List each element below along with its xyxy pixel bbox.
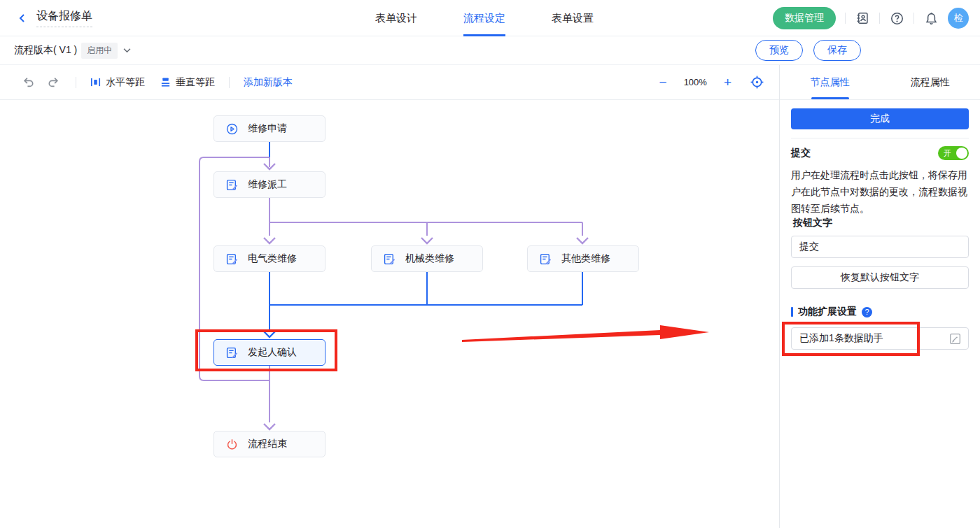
horizontal-spacing-icon (90, 77, 101, 87)
node-label: 机械类维修 (405, 252, 454, 265)
power-icon (226, 438, 238, 450)
divider (913, 13, 914, 24)
form-edit-icon (226, 253, 238, 265)
form-edit-icon (540, 253, 552, 265)
data-assistant-value: 已添加1条数据助手 (799, 332, 949, 345)
fit-view-button[interactable] (748, 74, 765, 91)
status-badge: 启用中 (81, 43, 118, 59)
divider (76, 77, 76, 88)
extension-section-title: 功能扩展设置 (798, 306, 857, 318)
zoom-in-button[interactable]: + (724, 76, 732, 89)
play-circle-icon (226, 123, 238, 135)
tab-form-design[interactable]: 表单设计 (375, 0, 417, 36)
page-title[interactable]: 设备报修单 (36, 9, 92, 27)
divider (845, 13, 846, 24)
flow-canvas[interactable]: 维修申请 维修派工 (0, 100, 779, 528)
canvas-toolbar: 水平等距 垂直等距 添加新版本 − 100% + (0, 65, 779, 100)
preview-button[interactable]: 预览 (755, 40, 803, 61)
edit-icon[interactable] (949, 333, 961, 345)
node-label: 其他类维修 (561, 252, 610, 265)
contact-book-icon[interactable] (855, 10, 870, 26)
chevron-down-icon (123, 48, 131, 53)
form-edit-icon (384, 253, 396, 265)
complete-button[interactable]: 完成 (791, 108, 969, 129)
divider (791, 138, 969, 138)
vertical-spacing-icon (160, 77, 171, 87)
notification-bell-icon[interactable] (923, 10, 939, 26)
divider (229, 77, 230, 88)
avatar[interactable]: 检 (948, 8, 969, 29)
vertical-spacing-button[interactable]: 垂直等距 (160, 76, 215, 89)
redo-button[interactable] (45, 74, 62, 91)
node-label: 维修申请 (248, 122, 287, 135)
tab-form-setting[interactable]: 表单设置 (552, 0, 594, 36)
zoom-level: 100% (684, 77, 707, 87)
flow-edges (0, 100, 779, 528)
node-other[interactable]: 其他类维修 (527, 245, 639, 272)
app-header: 设备报修单 表单设计 流程设定 表单设置 数据管理 (0, 0, 980, 36)
undo-icon (22, 76, 34, 88)
zoom-out-button[interactable]: − (659, 76, 667, 89)
main-tabs: 表单设计 流程设定 表单设置 (375, 0, 594, 36)
toggle-on-label: 开 (944, 148, 951, 159)
node-mechanical[interactable]: 机械类维修 (371, 245, 483, 272)
annotation-arrow (462, 325, 709, 342)
node-end[interactable]: 流程结束 (214, 431, 326, 457)
node-label: 流程结束 (248, 438, 287, 450)
node-electrical[interactable]: 电气类维修 (214, 245, 326, 272)
tab-flow-setting[interactable]: 流程设定 (463, 0, 505, 36)
form-edit-icon (226, 179, 238, 191)
submit-description: 用户在处理流程时点击此按钮，将保存用户在此节点中对数据的更改，流程数据视图转至后… (791, 166, 969, 217)
back-chevron-icon (18, 13, 27, 23)
submit-toggle[interactable]: 开 (938, 146, 969, 160)
data-assistant-field[interactable]: 已添加1条数据助手 (791, 327, 969, 350)
help-icon[interactable]: ? (862, 307, 872, 317)
node-start[interactable]: 维修申请 (214, 115, 326, 142)
add-version-button[interactable]: 添加新版本 (244, 76, 293, 89)
undo-button[interactable] (20, 74, 36, 91)
horizontal-spacing-button[interactable]: 水平等距 (90, 76, 145, 89)
data-manage-button[interactable]: 数据管理 (773, 7, 836, 29)
redo-icon (48, 76, 59, 88)
toggle-knob (956, 148, 967, 159)
submit-label: 提交 (791, 147, 811, 159)
properties-panel: 节点属性 流程属性 完成 提交 开 用户在处理流程时点击此按钮，将保存用户在此节… (779, 65, 980, 528)
node-confirm[interactable]: 发起人确认 (214, 339, 326, 366)
form-edit-icon (226, 347, 238, 359)
reset-button-text-button[interactable]: 恢复默认按钮文字 (791, 266, 969, 289)
node-dispatch[interactable]: 维修派工 (214, 171, 326, 198)
node-label: 电气类维修 (248, 252, 297, 265)
save-button[interactable]: 保存 (813, 40, 861, 61)
section-marker (791, 307, 793, 317)
help-icon[interactable] (889, 10, 904, 26)
back-button[interactable] (15, 11, 29, 25)
node-label: 发起人确认 (248, 346, 297, 359)
version-dropdown[interactable] (123, 48, 131, 53)
crosshair-icon (750, 76, 764, 89)
node-label: 维修派工 (248, 178, 287, 191)
version-label: 流程版本( V1 ) (14, 44, 77, 57)
divider (879, 13, 880, 24)
tab-node-properties[interactable]: 节点属性 (780, 65, 880, 99)
button-text-label: 按钮文字 (791, 217, 969, 229)
tab-flow-properties[interactable]: 流程属性 (880, 65, 980, 99)
button-text-input[interactable] (791, 236, 969, 258)
version-bar: 流程版本( V1 ) 启用中 预览 保存 (0, 36, 980, 65)
